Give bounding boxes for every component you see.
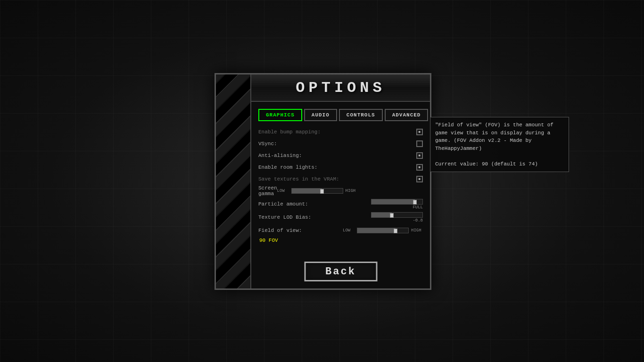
bump-mapping-row: Enable bump mapping: bbox=[258, 127, 423, 137]
particle-amount-slider[interactable] bbox=[371, 199, 423, 205]
save-textures-row: Save textures in the VRAM: bbox=[258, 174, 423, 184]
back-button[interactable]: Back bbox=[304, 262, 377, 281]
tooltip-line3: game. (FOV Addon v2.2 - Made by bbox=[435, 138, 532, 143]
lod-slider-container bbox=[371, 212, 423, 218]
tab-audio[interactable]: AUDIO bbox=[304, 109, 337, 121]
fov-current-value: 90 FOV bbox=[259, 238, 278, 243]
vsync-label: VSync: bbox=[258, 141, 416, 147]
fov-slider[interactable] bbox=[357, 228, 409, 233]
options-dialog: OPTIONS GRAPHICS AUDIO CONTROLS ADVANCED… bbox=[215, 73, 431, 290]
particle-full-label: FULL bbox=[413, 205, 423, 210]
title-bar: OPTIONS bbox=[251, 74, 430, 102]
content-area: GRAPHICS AUDIO CONTROLS ADVANCED Enable … bbox=[251, 102, 430, 288]
screen-gamma-label: Screen gamma bbox=[258, 185, 277, 197]
room-lights-checkbox[interactable] bbox=[416, 164, 423, 171]
particle-amount-row: Particle amount: FULL bbox=[258, 199, 423, 209]
tooltip-line6: Current value: 90 (default is 74) bbox=[435, 161, 538, 167]
fov-low-label: LOW bbox=[343, 228, 355, 233]
tooltip-line4: TheHappyJammer) bbox=[435, 146, 482, 151]
settings-area: Enable bump mapping: VSync: Anti-aliasin… bbox=[258, 127, 423, 246]
vsync-checkbox[interactable] bbox=[416, 140, 423, 147]
tooltip-panel: "Field of view" (FOV) is the amount of g… bbox=[430, 117, 569, 172]
lod-bias-row: Texture LOD Bias: -0.8 bbox=[258, 212, 423, 222]
fov-row: Field of view: LOW HIGH 90 FOV bbox=[258, 225, 423, 244]
gamma-low-label: LOW bbox=[277, 189, 289, 193]
particle-slider-container bbox=[371, 199, 423, 205]
tab-bar: GRAPHICS AUDIO CONTROLS ADVANCED bbox=[258, 109, 423, 121]
bump-mapping-label: Enable bump mapping: bbox=[258, 129, 416, 135]
room-lights-row: Enable room lights: bbox=[258, 162, 423, 173]
lod-bias-label: Texture LOD Bias: bbox=[258, 214, 371, 220]
antialiasing-row: Anti-aliasing: bbox=[258, 150, 423, 161]
particle-amount-label: Particle amount: bbox=[258, 201, 371, 207]
tab-graphics[interactable]: GRAPHICS bbox=[258, 109, 302, 121]
save-textures-checkbox[interactable] bbox=[416, 176, 423, 182]
room-lights-label: Enable room lights: bbox=[258, 165, 416, 170]
left-stripe-decoration bbox=[216, 74, 251, 288]
lod-bias-slider[interactable] bbox=[371, 212, 423, 218]
tooltip-text: "Field of view" (FOV) is the amount of g… bbox=[435, 121, 564, 168]
gamma-high-label: HIGH bbox=[346, 189, 357, 193]
tooltip-line1: "Field of view" (FOV) is the amount of bbox=[435, 122, 553, 128]
bump-mapping-checkbox[interactable] bbox=[416, 129, 423, 135]
tab-controls[interactable]: CONTROLS bbox=[339, 109, 383, 121]
lod-bias-value: -0.8 bbox=[413, 218, 423, 223]
save-textures-label: Save textures in the VRAM: bbox=[258, 176, 416, 182]
fov-label: Field of view: bbox=[258, 228, 343, 233]
dialog-title: OPTIONS bbox=[296, 79, 385, 97]
vsync-row: VSync: bbox=[258, 139, 423, 149]
screen-gamma-slider-container: LOW HIGH bbox=[277, 188, 442, 194]
screen-gamma-row: Screen gamma LOW HIGH bbox=[258, 186, 423, 196]
tab-advanced[interactable]: ADVANCED bbox=[385, 109, 429, 121]
screen-gamma-slider[interactable] bbox=[291, 188, 343, 194]
fov-slider-container: LOW HIGH bbox=[343, 228, 423, 233]
back-button-label: Back bbox=[325, 266, 356, 278]
fov-high-label: HIGH bbox=[411, 228, 423, 233]
antialiasing-label: Anti-aliasing: bbox=[258, 153, 416, 158]
antialiasing-checkbox[interactable] bbox=[416, 152, 423, 159]
tooltip-line2: game view that is on display during a bbox=[435, 130, 550, 136]
